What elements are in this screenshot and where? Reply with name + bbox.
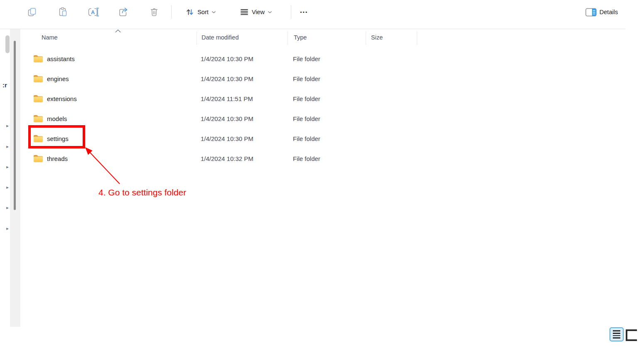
details-pane-button[interactable]: Details [575,3,628,21]
view-label: View [252,9,265,15]
folder-icon [33,94,43,103]
details-pane-label: Details [600,9,618,15]
details-pane-icon [585,8,597,17]
paste-button[interactable] [54,3,71,21]
chevron-down-icon [268,11,272,14]
column-header-date-modified[interactable]: Date modified [202,34,238,41]
column-divider[interactable] [288,31,288,45]
sort-ascending-icon [115,29,121,33]
nav-pane-scrollbar-pill[interactable] [5,35,10,53]
date-modified: 1/4/2024 10:32 PM [201,155,253,162]
table-row[interactable]: engines 1/4/2024 10:30 PM File folder [25,69,424,89]
annotation-highlight-box [28,125,85,148]
tree-expand-icon[interactable]: ▸ [5,123,10,129]
date-modified: 1/4/2024 10:30 PM [201,135,253,142]
file-type: File folder [293,115,320,122]
more-options-button[interactable]: ••• [295,3,313,21]
column-header-size[interactable]: Size [371,34,383,41]
folder-icon [33,54,43,63]
view-icon [240,7,249,17]
share-button[interactable] [115,3,132,21]
column-header-name[interactable]: Name [42,34,58,41]
share-icon [118,7,128,17]
details-view-toggle[interactable] [610,327,624,341]
delete-button[interactable] [146,3,162,21]
sort-label: Sort [197,9,209,15]
tree-expand-icon[interactable]: ▸ [5,184,10,190]
table-row[interactable]: extensions 1/4/2024 11:51 PM File folder [25,89,424,109]
thumbnail-view-toggle[interactable] [626,329,637,341]
tree-expand-icon[interactable]: ▸ [5,205,10,210]
chevron-down-icon [211,11,216,14]
table-row[interactable]: assistants 1/4/2024 10:30 PM File folder [25,49,424,69]
date-modified: 1/4/2024 10:30 PM [201,55,253,62]
toolbar-divider [291,5,291,19]
file-type: File folder [293,55,320,62]
file-name: extensions [47,95,77,102]
sort-button[interactable]: Sort [178,3,224,21]
content-divider [0,29,625,29]
file-name: models [47,115,67,122]
column-divider[interactable] [366,31,366,45]
copy-icon [27,7,37,17]
rename-button[interactable]: A [85,3,101,21]
tree-expand-icon[interactable]: ▸ [5,164,10,170]
tree-expand-icon[interactable]: ▸ [5,225,10,231]
rename-icon: A [88,7,99,17]
tree-expand-icon[interactable]: ▸ [5,143,10,149]
nav-pane-scrollbar-thumb[interactable] [14,41,16,210]
view-button[interactable]: View [231,3,281,21]
file-name: engines [47,75,69,82]
folder-icon [33,74,43,83]
more-options-icon: ••• [300,10,308,15]
annotation-step-text: 4. Go to settings folder [98,188,186,198]
folder-icon [33,154,43,163]
thumbnail-view-icon [626,329,637,331]
date-modified: 1/4/2024 11:51 PM [201,95,253,102]
column-header-type[interactable]: Type [294,34,307,41]
sort-icon [185,7,194,17]
file-type: File folder [293,75,320,82]
file-name: assistants [47,55,75,62]
file-explorer-window: A [0,0,644,351]
date-modified: 1/4/2024 10:30 PM [201,75,253,82]
svg-text:A: A [91,10,94,15]
details-view-icon [613,330,620,331]
delete-icon [149,7,159,17]
toolbar-divider [171,5,172,19]
command-toolbar: A [0,0,644,29]
nav-pane-clipped-label: :r [2,82,7,89]
column-divider[interactable] [197,31,197,45]
annotation-arrow-icon [79,143,129,189]
column-divider[interactable] [417,31,417,45]
paste-icon [58,7,68,17]
file-type: File folder [293,95,320,102]
file-name: threads [47,155,68,162]
date-modified: 1/4/2024 10:30 PM [201,115,253,122]
file-type: File folder [293,135,320,142]
copy-button[interactable] [24,3,40,21]
folder-icon [33,114,43,123]
file-type: File folder [293,155,320,162]
